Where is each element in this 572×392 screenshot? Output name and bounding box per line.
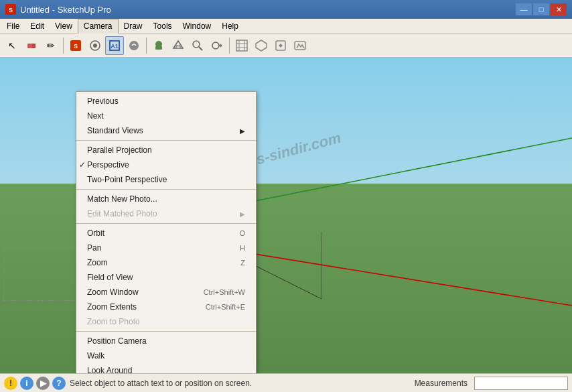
- submenu-arrow: ▶: [240, 127, 245, 135]
- separator-c: [76, 223, 256, 224]
- play-icon[interactable]: ▶: [36, 377, 50, 390]
- toolbar-btn-9[interactable]: [169, 36, 188, 55]
- toolbar: ↖ ✏ S A1: [0, 34, 572, 58]
- warning-icon[interactable]: !: [4, 377, 17, 390]
- toolbar-btn-5[interactable]: [86, 36, 104, 55]
- toolbar-btn-10[interactable]: [188, 36, 207, 55]
- menu-item-edit-matched-photo[interactable]: Edit Matched Photo ▶: [76, 206, 256, 221]
- separator-d: [76, 331, 256, 332]
- status-bar: ! i ▶ ? Select object to attach text to …: [0, 373, 572, 392]
- camera-dropdown-menu: Previous Next Standard Views ▶ Parallel …: [76, 91, 257, 373]
- menu-item-match-new-photo[interactable]: Match New Photo...: [76, 192, 256, 206]
- menu-camera[interactable]: Camera: [78, 19, 119, 34]
- svg-point-7: [93, 44, 97, 48]
- svg-text:S: S: [9, 7, 13, 13]
- separator-2: [146, 38, 147, 54]
- separator-1: [63, 38, 64, 54]
- pencil-tool-button[interactable]: ✏: [42, 36, 60, 55]
- menu-window[interactable]: Window: [177, 19, 217, 34]
- svg-text:S: S: [74, 43, 78, 50]
- svg-line-28: [201, 245, 572, 306]
- measurements-input[interactable]: [474, 377, 568, 390]
- separator-b: [76, 189, 256, 190]
- menu-bar: File Edit View Camera Draw Tools Window …: [0, 19, 572, 34]
- menu-item-two-point-perspective[interactable]: Two-Point Perspective: [76, 172, 256, 187]
- svg-point-13: [193, 41, 200, 48]
- separator-3: [229, 38, 230, 54]
- select-tool-button[interactable]: ↖: [3, 36, 21, 55]
- menu-tools[interactable]: Tools: [148, 19, 177, 34]
- close-button[interactable]: ✕: [551, 3, 567, 15]
- menu-view[interactable]: View: [50, 19, 78, 34]
- svg-rect-19: [236, 40, 247, 51]
- eraser-tool-button[interactable]: [22, 36, 41, 55]
- minimize-button[interactable]: —: [516, 3, 532, 15]
- menu-item-next[interactable]: Next: [76, 109, 256, 123]
- menu-item-zoom-to-photo[interactable]: Zoom to Photo: [76, 314, 256, 329]
- window-controls: — □ ✕: [516, 3, 567, 15]
- help-icon[interactable]: ?: [52, 377, 66, 390]
- menu-item-perspective[interactable]: ✓ Perspective: [76, 157, 256, 172]
- toolbar-btn-4[interactable]: S: [66, 36, 85, 55]
- svg-line-27: [201, 138, 572, 212]
- title-bar-left: S Untitled - SketchUp Pro: [5, 4, 111, 15]
- menu-item-zoom[interactable]: Zoom Z: [76, 255, 256, 270]
- status-icons: ! i ▶ ?: [4, 377, 66, 390]
- window-title: Untitled - SketchUp Pro: [20, 5, 111, 15]
- menu-item-position-camera[interactable]: Position Camera: [76, 334, 256, 348]
- menu-item-look-around[interactable]: Look Around: [76, 363, 256, 373]
- menu-item-field-of-view[interactable]: Field of View: [76, 270, 256, 285]
- toolbar-btn-12[interactable]: [232, 36, 251, 55]
- menu-item-parallel-projection[interactable]: Parallel Projection: [76, 143, 256, 157]
- toolbar-btn-14[interactable]: [271, 36, 290, 55]
- submenu-arrow-2: ▶: [240, 210, 245, 218]
- menu-draw[interactable]: Draw: [119, 19, 148, 34]
- main-area: buys-sindir.com Previous Next Standard V…: [0, 58, 572, 373]
- toolbar-btn-15[interactable]: [291, 36, 309, 55]
- svg-rect-3: [32, 44, 35, 48]
- menu-item-previous[interactable]: Previous: [76, 94, 256, 109]
- menu-item-walk[interactable]: Walk: [76, 348, 256, 363]
- measurements-label: Measurements: [415, 379, 470, 388]
- menu-help[interactable]: Help: [216, 19, 244, 34]
- check-icon: ✓: [79, 160, 86, 170]
- toolbar-btn-8[interactable]: [149, 36, 168, 55]
- menu-item-pan[interactable]: Pan H: [76, 241, 256, 255]
- menu-item-zoom-window[interactable]: Zoom Window Ctrl+Shift+W: [76, 285, 256, 300]
- app-icon: S: [5, 4, 16, 15]
- menu-edit[interactable]: Edit: [25, 19, 50, 34]
- separator-a: [76, 140, 256, 141]
- menu-item-zoom-extents[interactable]: Zoom Extents Ctrl+Shift+E: [76, 300, 256, 314]
- toolbar-btn-11[interactable]: [208, 36, 226, 55]
- selection-box: [3, 247, 84, 301]
- toolbar-btn-7[interactable]: [125, 36, 143, 55]
- svg-point-10: [129, 41, 139, 50]
- svg-text:A1: A1: [111, 43, 119, 50]
- svg-marker-24: [256, 40, 267, 51]
- info-icon[interactable]: i: [20, 377, 33, 390]
- status-text: Select object to attach text to or posit…: [70, 379, 411, 388]
- toolbar-btn-13[interactable]: [252, 36, 271, 55]
- svg-line-14: [199, 47, 202, 50]
- svg-rect-12: [155, 46, 162, 50]
- maximize-button[interactable]: □: [533, 3, 549, 15]
- menu-item-orbit[interactable]: Orbit O: [76, 226, 256, 241]
- svg-point-15: [212, 42, 219, 49]
- menu-file[interactable]: File: [1, 19, 25, 34]
- toolbar-btn-6[interactable]: A1: [105, 36, 124, 55]
- menu-item-standard-views[interactable]: Standard Views ▶: [76, 123, 256, 138]
- title-bar: S Untitled - SketchUp Pro — □ ✕: [0, 0, 572, 19]
